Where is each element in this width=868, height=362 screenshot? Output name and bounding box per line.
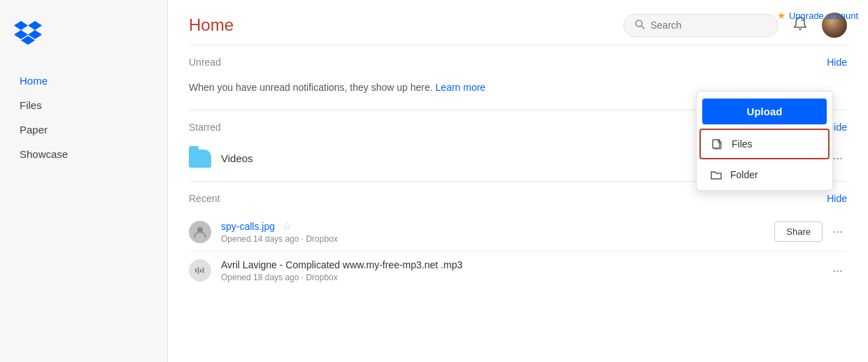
recent-file-meta-avril: Opened 18 days ago · Dropbox [221,273,828,282]
sidebar-item-showcase[interactable]: Showcase [6,143,162,166]
header: Home [168,0,868,45]
page-title: Home [189,15,234,35]
dropdown-folder-label: Folder [730,169,758,180]
recent-file-meta-spy: Opened 14 days ago · Dropbox [221,234,774,244]
sidebar: Home Files Paper Showcase [0,0,168,362]
more-button-avril[interactable]: ··· [828,261,847,281]
svg-rect-5 [200,269,201,273]
recent-title: Recent [189,193,220,204]
audio-file-icon [189,259,211,282]
dropdown-item-files[interactable]: Files [699,129,830,159]
more-button-spy[interactable]: ··· [828,222,847,242]
svg-rect-6 [203,268,204,273]
recent-section-header: Recent Hide [189,193,847,204]
unread-hide-link[interactable]: Hide [827,57,847,68]
folder-dropdown-icon [709,168,723,182]
search-input[interactable] [650,20,767,31]
starred-title: Starred [189,122,221,133]
upload-dropdown: Upload Files Folder [696,91,833,191]
folder-icon [189,150,211,168]
recent-item-spy-calls: spy-calls.jpg ☆ Opened 14 days ago · Dro… [189,212,847,252]
upgrade-label: Upgrade account [789,10,858,21]
upgrade-link[interactable]: ★ Upgrade account [777,10,858,21]
star-upgrade-icon: ★ [777,10,786,21]
sidebar-nav: Home Files Paper Showcase [0,68,167,166]
recent-file-info: spy-calls.jpg ☆ Opened 14 days ago · Dro… [221,219,774,244]
recent-item-actions-avril: ··· [828,261,847,281]
dropbox-logo-icon [14,21,42,45]
unread-title: Unread [189,57,221,68]
dropbox-logo-area [0,14,167,68]
upload-button[interactable]: Upload [702,99,827,124]
person-file-icon [189,221,211,243]
dropdown-files-label: Files [732,138,753,150]
svg-line-1 [641,26,644,29]
svg-rect-4 [198,267,199,274]
recent-file-name-avril: Avril Lavigne - Complicated www.my-free-… [221,259,462,270]
recent-section: Recent Hide spy-calls.jpg ☆ Opened 14 da [189,181,847,295]
svg-rect-3 [195,268,197,273]
share-button-spy[interactable]: Share [774,222,823,242]
search-bar[interactable] [623,14,778,37]
files-dropdown-icon [711,137,725,151]
sidebar-item-paper[interactable]: Paper [6,118,162,141]
unread-section-header: Unread Hide [189,57,847,68]
recent-file-info-avril: Avril Lavigne - Complicated www.my-free-… [221,259,828,282]
dropdown-item-folder[interactable]: Folder [699,161,830,189]
sidebar-item-files[interactable]: Files [6,94,162,117]
recent-hide-link[interactable]: Hide [827,193,847,204]
unread-message-text: When you have unread notifications, they… [189,82,433,93]
sidebar-item-home[interactable]: Home [6,69,162,92]
star-spy-icon[interactable]: ☆ [282,219,292,233]
recent-item-avril: Avril Lavigne - Complicated www.my-free-… [189,252,847,289]
learn-more-link[interactable]: Learn more [436,82,486,93]
search-icon [635,20,645,31]
recent-file-name-spy[interactable]: spy-calls.jpg [221,221,275,232]
recent-item-actions-spy: Share ··· [774,222,847,242]
